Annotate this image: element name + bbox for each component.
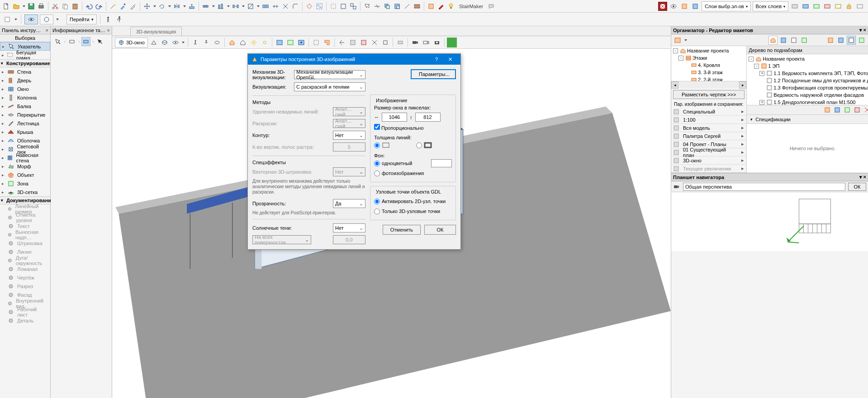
vt-cam3-icon[interactable] [432, 38, 442, 47]
layer-selected-box[interactable]: Слои выбр.эл-ов ▾ [702, 1, 750, 11]
prop-row[interactable]: 01 Существующий план▸ [671, 148, 746, 156]
vis-select[interactable]: С раскраской и тенями [294, 82, 365, 91]
info-arrow2-icon[interactable] [95, 37, 104, 46]
organizer-right-tree[interactable]: -Название проекта-1 ЭП+1.1 Ведомость ком… [747, 54, 868, 105]
img-height-input[interactable] [415, 113, 441, 122]
tree-item[interactable]: -Название проекта [748, 55, 868, 62]
place-drawing-button[interactable]: Разместить чертеж >>> [673, 90, 745, 99]
ort1-icon[interactable] [823, 105, 832, 114]
save-icon[interactable] [27, 2, 36, 11]
org-r3-icon[interactable] [847, 36, 856, 45]
adjust-icon[interactable] [271, 2, 280, 11]
nav-preview-canvas[interactable] [671, 192, 868, 251]
dialog-close-icon[interactable]: ✕ [443, 54, 457, 65]
multiply-icon[interactable] [201, 2, 210, 11]
gdl-3d-radio[interactable] [374, 208, 380, 214]
vt-home2-icon[interactable] [238, 38, 248, 47]
prop-row[interactable]: 1:100▸ [671, 116, 746, 124]
contour-select[interactable]: Нет [333, 131, 365, 140]
view-tab-3dvis[interactable]: 3D-визуализация [130, 27, 182, 36]
layer-e-icon[interactable] [834, 2, 843, 11]
tool-окно[interactable]: ▸Окно [0, 85, 50, 93]
print-icon[interactable] [37, 2, 46, 11]
open-dropdown[interactable] [22, 2, 26, 11]
group2-icon[interactable] [339, 2, 348, 11]
scroll-right-icon[interactable]: ▸ [739, 81, 746, 89]
undo-icon[interactable] [85, 2, 94, 11]
tool-дверь[interactable]: ▸Дверь [0, 76, 50, 85]
trim-icon[interactable] [373, 2, 382, 11]
goto-button[interactable]: Перейти▾ [66, 14, 97, 24]
vt-persp-icon[interactable] [149, 38, 159, 47]
cut-icon[interactable] [51, 2, 60, 11]
tree-item[interactable]: 3. 3-й этаж [672, 69, 745, 76]
vt-f-icon[interactable] [395, 38, 405, 47]
lightbulb-icon[interactable] [446, 2, 455, 11]
lock-icon[interactable] [844, 2, 854, 11]
org-r2-icon[interactable] [836, 36, 845, 45]
layer-opt2-icon[interactable] [691, 2, 700, 11]
tool-объект[interactable]: ▸Объект [0, 171, 50, 179]
gdl-2d-radio[interactable] [374, 199, 380, 204]
lw-true-radio[interactable] [416, 142, 422, 148]
nav-view-input[interactable] [683, 183, 845, 191]
prop-row[interactable]: Палитра Сергей▸ [671, 132, 746, 140]
intersect-icon[interactable] [281, 2, 290, 11]
bg-photo-radio[interactable] [374, 171, 380, 176]
vt-home-icon[interactable] [227, 38, 237, 47]
vt-cutplane-icon[interactable] [337, 38, 347, 47]
toolbox-close-icon[interactable]: × [46, 28, 48, 33]
ort3-icon[interactable] [843, 105, 852, 114]
scroll-left-icon[interactable]: ◂ [671, 81, 678, 89]
tree-item[interactable]: 4. Кровля [672, 62, 745, 69]
img-width-input[interactable] [382, 113, 407, 122]
magic-wand-icon[interactable] [109, 2, 118, 11]
edit-sel-icon[interactable] [363, 2, 372, 11]
explode-icon[interactable] [305, 2, 314, 11]
proportional-checkbox[interactable] [374, 124, 380, 130]
vt-cam2-icon[interactable] [421, 38, 431, 47]
tree-item[interactable]: Ведомость наружной отделки фасадов [748, 91, 868, 99]
tree-item[interactable]: 1.2 Посадочные ямы для кустарников и дер [748, 77, 868, 84]
tool-колонна[interactable]: ▸Колонна [0, 93, 50, 102]
vt-b-icon[interactable] [348, 38, 358, 47]
vt-look-icon[interactable] [212, 38, 222, 47]
org-proj-icon[interactable] [768, 36, 778, 45]
organizer-close-icon[interactable]: × [863, 27, 866, 33]
vt-render3-icon[interactable] [296, 38, 306, 47]
info-rect-sel-icon[interactable] [81, 37, 90, 46]
renovation-icon[interactable] [427, 2, 436, 11]
engine-select[interactable]: Механизм визуализации OpenGL [294, 70, 365, 79]
ort4-icon[interactable] [853, 105, 862, 114]
copy-icon[interactable] [61, 2, 70, 11]
walk-icon[interactable] [104, 15, 113, 24]
tool-3d-сетка[interactable]: ▸3D-сетка [0, 188, 50, 196]
vt-c-icon[interactable] [359, 38, 369, 47]
dialog-help-icon[interactable]: ? [430, 54, 443, 65]
vt-cam1-icon[interactable] [410, 38, 420, 47]
spec-header[interactable]: ▾Спецификации [747, 115, 868, 124]
ort5-icon[interactable] [863, 105, 868, 114]
vt-section-icon[interactable] [322, 38, 332, 47]
tool-стена[interactable]: ▸Стена [0, 67, 50, 76]
vt-walk-icon[interactable] [190, 38, 200, 47]
tool-балка[interactable]: ▸Балка [0, 102, 50, 110]
run-icon[interactable] [114, 15, 123, 24]
mirror-icon[interactable] [172, 2, 181, 11]
prop-row[interactable]: Вся модель▸ [671, 124, 746, 132]
vt-marquee-icon[interactable] [311, 38, 321, 47]
move-icon[interactable] [142, 2, 152, 11]
layer-b-icon[interactable] [801, 2, 810, 11]
vt-render1-icon[interactable] [275, 38, 285, 47]
lw-hairline-radio[interactable] [374, 142, 380, 148]
orbit-mode-button[interactable] [24, 14, 38, 24]
eyedropper-icon[interactable] [119, 2, 128, 11]
vt-axo-icon[interactable] [160, 38, 170, 47]
layer-a-icon[interactable] [790, 2, 799, 11]
org-r1-icon[interactable] [826, 36, 835, 45]
org-r4-icon[interactable] [857, 36, 866, 45]
org-tb1-icon[interactable] [673, 36, 682, 45]
3d-window-button[interactable]: 3D-окно [115, 38, 148, 47]
eye-icon[interactable] [669, 2, 678, 11]
org-layout-icon[interactable] [789, 36, 798, 45]
